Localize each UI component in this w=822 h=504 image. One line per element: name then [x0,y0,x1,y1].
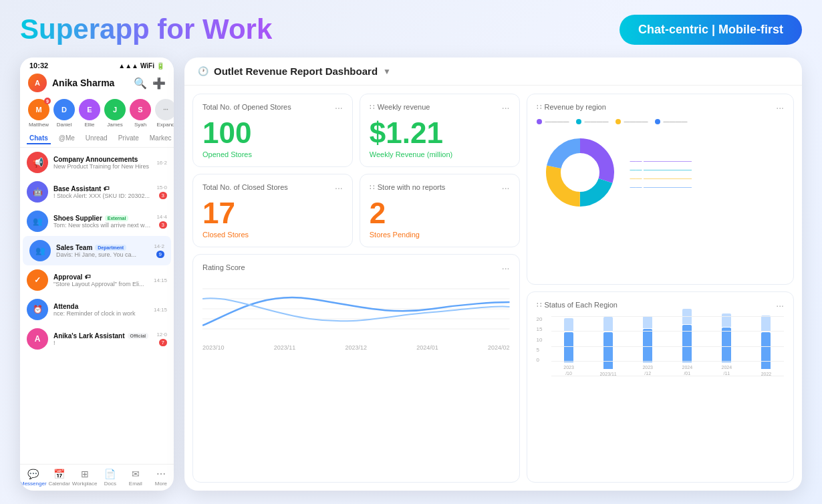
stores-pending-value: 2 [370,199,510,228]
chat-item-base[interactable]: 🤖 Base Assistant 🏷 ! Stock Alert: XXX (S… [20,177,174,207]
bar-group-2: 2023/11 [591,316,626,376]
panel-menu-icon[interactable]: ··· [502,263,510,273]
time-display: 10:32 [29,61,48,70]
panel-header: ∷ Revenue by region ··· [537,102,785,113]
workplace-icon: ⊞ [81,469,89,479]
avatar: A [28,74,47,92]
user-name: Anika Sharma [52,78,114,88]
y-axis: 20 15 10 5 0 [537,316,543,363]
panel-header: Rating Score ··· [202,263,510,273]
rating-score-svg [202,279,510,339]
chat-item-approval[interactable]: ✓ Approval 🏷 "Store Layout Approval" fro… [20,265,174,295]
chat-avatar: 🤖 [27,181,48,203]
chat-item-lark[interactable]: A Anika's Lark Assistant Official ! 12·0… [20,324,174,354]
closed-stores-label: Closed Stores [202,231,343,239]
left-panels: Total No. of Opened Stores ··· 100 Opene… [192,94,520,483]
donut-area: —— ———————— —— ———————— —— ———————— —— —… [537,129,785,219]
avatar-syah: S Syah [130,99,151,128]
revenue-region-panel: ∷ Revenue by region ··· ———— —— [527,94,795,285]
legend-cyan: ———— [576,118,609,125]
dropdown-icon[interactable]: ▼ [383,67,391,76]
bar-group-1: 2023/10 [551,309,587,376]
tab-private[interactable]: Private [116,133,142,144]
region-lines: —— ———————— —— ———————— —— ———————— —— —… [630,158,692,191]
chat-list: 📢 Company Announcements New Product Trai… [20,148,174,464]
chat-tabs: Chats @Me Unread Private Markec Done [20,130,174,148]
status-region-title: Status of Each Region [545,300,618,309]
tab-me[interactable]: @Me [56,133,78,144]
panel-header: Total No. of Opened Stores ··· [202,102,343,113]
avatar-james: J James [104,99,126,128]
header-action-icons: 🔍 ➕ [134,77,166,90]
chat-item-attenda[interactable]: ⏰ Attenda nce: Reminder of clock in work… [20,295,174,324]
dashboard-title: Outlet Revenue Report Dashboard [214,66,378,77]
rating-chart-area: 2023/10 2023/11 2023/12 2024/01 2024/02 [202,279,510,346]
nav-email[interactable]: ✉ Email [123,469,148,487]
nav-calendar[interactable]: 📅 Calendar [47,469,72,487]
chat-content: Company Announcements New Product Traini… [53,156,151,170]
search-icon[interactable]: 🔍 [134,77,147,90]
avatar-matthew: M9 Matthew [28,99,49,128]
panel-title: Total No. of Opened Stores [202,102,291,112]
panel-menu-icon[interactable]: ··· [335,182,343,193]
chat-content: Shoes Supplier External Tom: New stocks … [53,215,151,229]
chat-item-company[interactable]: 📢 Company Announcements New Product Trai… [20,148,174,177]
chat-avatar: ✓ [27,269,48,291]
tab-unread[interactable]: Unread [83,133,110,144]
bottom-nav: 💬 Messenger 📅 Calendar ⊞ Workplace 📄 Doc… [20,464,174,491]
closed-stores-value: 17 [202,199,343,228]
panel-menu-icon[interactable]: ··· [502,102,510,113]
panel-menu-icon[interactable]: ··· [335,102,343,113]
panel-header: Total No. of Closed Stores ··· [202,182,343,193]
rating-score-title: Rating Score [202,263,245,272]
legend-blue: ———— [655,118,688,125]
weekly-revenue-value: $1.21 [370,118,510,148]
stores-pending-label: Stores Pending [370,231,510,239]
donut-chart [537,129,624,219]
chat-item-sales[interactable]: 👥 Sales Team Department Davis: Hi Jane, … [23,236,171,265]
tab-markec[interactable]: Markec [147,133,174,144]
bar-group-5: 2024/11 [709,309,744,376]
avatar-expand: ··· Expand [155,99,174,128]
chat-content: Approval 🏷 "Store Layout Approval" from … [53,273,148,287]
nav-workplace[interactable]: ⊞ Workplace [72,469,98,487]
calendar-icon: 📅 [53,469,65,479]
stores-pending-panel: ∷ Store with no reports ··· 2 Stores Pen… [360,174,520,247]
bar-chart-container: 20 15 10 5 0 [537,316,785,376]
nav-more[interactable]: ⋯ More [148,469,174,487]
wifi-icon: WiFi [140,62,154,70]
clock-icon: 🕐 [198,66,209,76]
main-container: 10:32 ▲▲▲ WiFi 🔋 A Anika Sharma 🔍 ➕ M9 [20,57,802,491]
add-icon[interactable]: ➕ [152,77,166,90]
opened-stores-panel: Total No. of Opened Stores ··· 100 Opene… [192,94,353,167]
bar-main [564,332,573,362]
tab-chats[interactable]: Chats [27,133,51,144]
nav-docs[interactable]: 📄 Docs [98,469,123,487]
chat-avatar: 👥 [29,240,51,261]
chat-content: Base Assistant 🏷 ! Stock Alert: XXX (SKU… [53,185,151,199]
tagline-badge: Chat-centric | Mobile-first [620,15,802,45]
x-axis-labels: 2023/10 2023/11 2023/12 2024/01 2024/02 [202,344,510,351]
dotdot-icon: ∷ [370,182,375,192]
dashboard-header: 🕐 Outlet Revenue Report Dashboard ▼ [184,57,802,86]
panel-menu-icon[interactable]: ··· [776,102,784,113]
panel-menu-icon[interactable]: ··· [502,182,510,193]
nav-messenger[interactable]: 💬 Messenger [20,469,47,487]
signal-icon: ▲▲▲ [118,62,138,70]
panel-title: Weekly revenue [378,102,430,112]
panel-menu-icon[interactable]: ··· [776,300,784,311]
opened-stores-value: 100 [202,118,343,148]
opened-stores-label: Opened Stores [202,150,343,158]
docs-icon: 📄 [104,469,116,479]
dotdot-icon: ∷ [537,300,542,309]
panel-title: Store with no reports [378,182,446,192]
revenue-region-title: Revenue by region [545,102,606,112]
more-icon: ⋯ [156,469,166,479]
chat-content: Sales Team Department Davis: Hi Jane, su… [56,244,148,258]
bar-group-6: 2022 [748,316,784,376]
status-icons: ▲▲▲ WiFi 🔋 [118,62,164,70]
avatar-ellie: E Ellie [79,99,100,128]
chat-avatar: A [27,328,48,350]
chat-item-shoes[interactable]: 👥 Shoes Supplier External Tom: New stock… [20,207,174,236]
legend-yellow: ———— [615,118,648,125]
